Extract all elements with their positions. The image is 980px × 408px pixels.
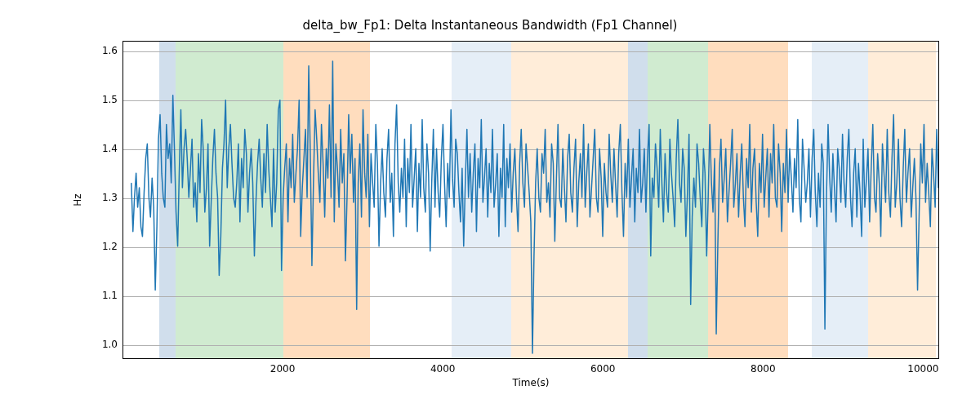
y-axis-label: Hz	[72, 193, 83, 206]
y-tick-label: 1.0	[85, 339, 118, 350]
y-tick-label: 1.5	[85, 94, 118, 105]
x-tick-label: 2000	[270, 363, 296, 375]
y-tick-label: 1.2	[85, 241, 118, 252]
x-tick-label: 10000	[907, 363, 938, 375]
y-tick-label: 1.3	[85, 192, 118, 203]
x-tick-label: 4000	[430, 363, 456, 375]
x-axis-label: Time(s)	[513, 377, 550, 388]
y-tick-label: 1.4	[85, 143, 118, 154]
y-tick-label: 1.6	[85, 45, 118, 56]
plot-area	[122, 41, 939, 359]
y-tick-label: 1.1	[85, 290, 118, 301]
series-line	[131, 61, 938, 353]
x-tick-label: 6000	[590, 363, 616, 375]
chart-container: delta_bw_Fp1: Delta Instantaneous Bandwi…	[0, 0, 980, 408]
chart-title: delta_bw_Fp1: Delta Instantaneous Bandwi…	[0, 18, 980, 33]
x-tick-label: 8000	[751, 363, 776, 375]
line-plot-svg	[123, 42, 938, 358]
